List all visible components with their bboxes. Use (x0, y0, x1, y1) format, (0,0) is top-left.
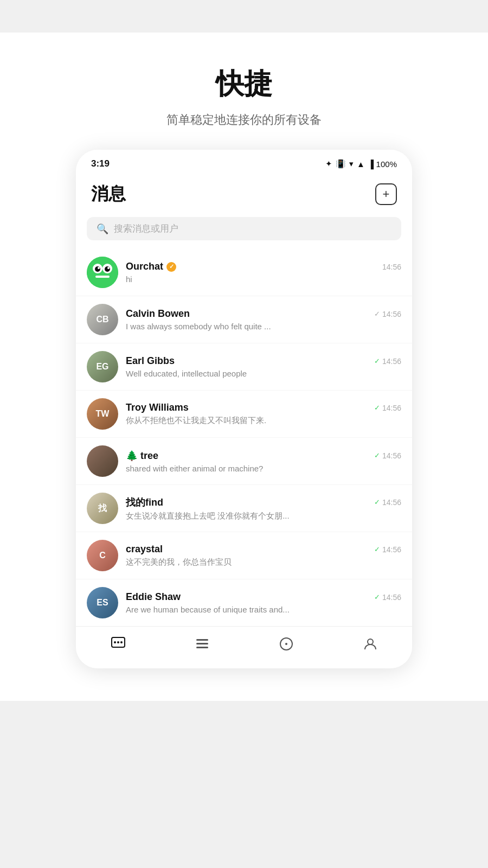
chat-top-earl: Earl Gibbs ✓ 14:56 (126, 355, 401, 367)
chat-item-eddie[interactable]: ES Eddie Shaw ✓ 14:56 Are we human becau… (76, 579, 412, 626)
avatar-ourchat (87, 257, 118, 288)
chat-top-tree: 🌲 tree ✓ 14:56 (126, 450, 401, 462)
page-header: 快捷 简单稳定地连接你的所有设备 (0, 33, 488, 150)
nav-item-contacts[interactable] (184, 634, 221, 658)
chat-nav-icon (111, 636, 126, 655)
avatar-zhaoddefind: 找 (87, 493, 118, 524)
chat-content-craystal: craystal ✓ 14:56 这不完美的我，你总当作宝贝 (126, 544, 401, 567)
avatar-calvin: CB (87, 304, 118, 335)
chat-time-calvin: ✓ 14:56 (374, 310, 401, 318)
chat-preview-tree: shared with either animal or machine? (126, 464, 401, 473)
check-icon-craystal: ✓ (374, 545, 380, 553)
compose-button[interactable]: + (375, 183, 397, 205)
check-icon-zhaoddefind: ✓ (374, 498, 380, 506)
chat-top-troy: Troy Williams ✓ 14:56 (126, 402, 401, 413)
avatar-earl: EG (87, 351, 118, 382)
chat-item-earl[interactable]: EG Earl Gibbs ✓ 14:56 Well educated, int… (76, 343, 412, 391)
nav-item-profile[interactable] (352, 634, 389, 658)
chat-item-zhaoddefind[interactable]: 找 找的find ✓ 14:56 女生说冷就直接抱上去吧 没准你就有个女朋... (76, 485, 412, 532)
chat-content-eddie: Eddie Shaw ✓ 14:56 Are we human because … (126, 591, 401, 614)
chat-preview-ourchat: hi (126, 275, 401, 284)
chat-time-craystal: ✓ 14:56 (374, 545, 401, 554)
wifi-icon: ▾ (349, 159, 354, 169)
app-header: 消息 + (76, 174, 412, 213)
chat-preview-craystal: 这不完美的我，你总当作宝贝 (126, 557, 401, 567)
chat-item-ourchat[interactable]: Ourchat ✓ 14:56 hi (76, 249, 412, 296)
chat-name-zhaoddefind: 找的find (126, 496, 163, 509)
chat-list: Ourchat ✓ 14:56 hi CB Calvin Bowen (76, 249, 412, 626)
check-icon-calvin: ✓ (374, 310, 380, 318)
svg-point-11 (120, 641, 123, 643)
chat-name-eddie: Eddie Shaw (126, 591, 181, 603)
svg-rect-14 (196, 647, 208, 648)
chat-item-calvin[interactable]: CB Calvin Bowen ✓ 14:56 I was always som… (76, 296, 412, 343)
profile-nav-icon (363, 636, 378, 655)
search-icon: 🔍 (97, 223, 108, 235)
svg-rect-7 (95, 276, 110, 278)
chat-name-calvin: Calvin Bowen (126, 308, 190, 320)
chat-time-eddie: ✓ 14:56 (374, 593, 401, 602)
chat-content-zhaoddefind: 找的find ✓ 14:56 女生说冷就直接抱上去吧 没准你就有个女朋... (126, 496, 401, 521)
chat-name-troy: Troy Williams (126, 402, 189, 413)
battery-icon: ▐ 100% (368, 159, 397, 169)
chat-top-eddie: Eddie Shaw ✓ 14:56 (126, 591, 401, 603)
chat-time-zhaoddefind: ✓ 14:56 (374, 498, 401, 507)
chat-time-earl: ✓ 14:56 (374, 357, 401, 366)
avatar-craystal: C (87, 540, 118, 571)
page-wrapper: 快捷 简单稳定地连接你的所有设备 3:19 ✦ 📳 ▾ ▲ ▐ 100% 消息 … (0, 33, 488, 701)
nav-item-discover[interactable] (268, 634, 305, 658)
bottom-nav (76, 626, 412, 668)
verified-badge-ourchat: ✓ (166, 262, 176, 272)
svg-point-9 (114, 641, 116, 643)
chat-name-craystal: craystal (126, 544, 163, 555)
chat-preview-zhaoddefind: 女生说冷就直接抱上去吧 没准你就有个女朋... (126, 511, 401, 521)
status-time: 3:19 (91, 158, 110, 169)
chat-name-tree: 🌲 tree (126, 450, 158, 462)
chat-content-tree: 🌲 tree ✓ 14:56 shared with either animal… (126, 450, 401, 473)
chat-content-troy: Troy Williams ✓ 14:56 你从不拒绝也不让我走又不叫我留下来. (126, 402, 401, 426)
check-icon-earl: ✓ (374, 357, 380, 365)
chat-preview-troy: 你从不拒绝也不让我走又不叫我留下来. (126, 416, 401, 426)
chat-time-troy: ✓ 14:56 (374, 404, 401, 412)
page-subtitle: 简单稳定地连接你的所有设备 (0, 112, 488, 128)
check-icon-troy: ✓ (374, 404, 380, 412)
phone-frame: 3:19 ✦ 📳 ▾ ▲ ▐ 100% 消息 + 🔍 搜索消息或用户 (76, 150, 412, 668)
avatar-tree (87, 445, 118, 477)
contacts-nav-icon (195, 636, 210, 655)
chat-item-troy[interactable]: TW Troy Williams ✓ 14:56 你从不拒绝也不让我走又不叫我留… (76, 391, 412, 438)
bluetooth-icon: ✦ (325, 159, 332, 169)
svg-point-6 (107, 267, 110, 269)
page-title: 快捷 (0, 65, 488, 103)
svg-point-10 (117, 641, 119, 643)
chat-content-calvin: Calvin Bowen ✓ 14:56 I was always somebo… (126, 308, 401, 331)
chat-content-ourchat: Ourchat ✓ 14:56 hi (126, 261, 401, 284)
chat-top-craystal: craystal ✓ 14:56 (126, 544, 401, 555)
chat-top-calvin: Calvin Bowen ✓ 14:56 (126, 308, 401, 320)
svg-rect-12 (196, 639, 208, 641)
messages-title: 消息 (91, 182, 126, 206)
chat-content-earl: Earl Gibbs ✓ 14:56 Well educated, intell… (126, 355, 401, 378)
chat-item-tree[interactable]: 🌲 tree ✓ 14:56 shared with either animal… (76, 438, 412, 485)
svg-point-16 (285, 643, 287, 645)
check-icon-eddie: ✓ (374, 593, 380, 601)
chat-name-earl: Earl Gibbs (126, 355, 175, 367)
chat-preview-calvin: I was always somebody who felt quite ... (126, 322, 401, 331)
compose-icon: + (383, 187, 390, 201)
avatar-troy: TW (87, 398, 118, 430)
chat-name-ourchat: Ourchat ✓ (126, 261, 176, 272)
discover-nav-icon (279, 636, 294, 655)
chat-item-craystal[interactable]: C craystal ✓ 14:56 这不完美的我，你总当作宝贝 (76, 532, 412, 579)
chat-top-ourchat: Ourchat ✓ 14:56 (126, 261, 401, 272)
search-bar[interactable]: 🔍 搜索消息或用户 (87, 217, 401, 240)
chat-time-ourchat: 14:56 (382, 263, 401, 271)
svg-rect-13 (196, 643, 208, 644)
svg-point-3 (95, 266, 100, 272)
search-placeholder: 搜索消息或用户 (114, 222, 178, 235)
svg-point-17 (368, 639, 373, 644)
chat-time-tree: ✓ 14:56 (374, 451, 401, 460)
chat-preview-earl: Well educated, intellectual people (126, 369, 401, 378)
svg-point-5 (98, 267, 100, 269)
nav-item-chat[interactable] (100, 634, 137, 658)
check-icon-tree: ✓ (374, 451, 380, 459)
svg-point-4 (105, 266, 110, 272)
